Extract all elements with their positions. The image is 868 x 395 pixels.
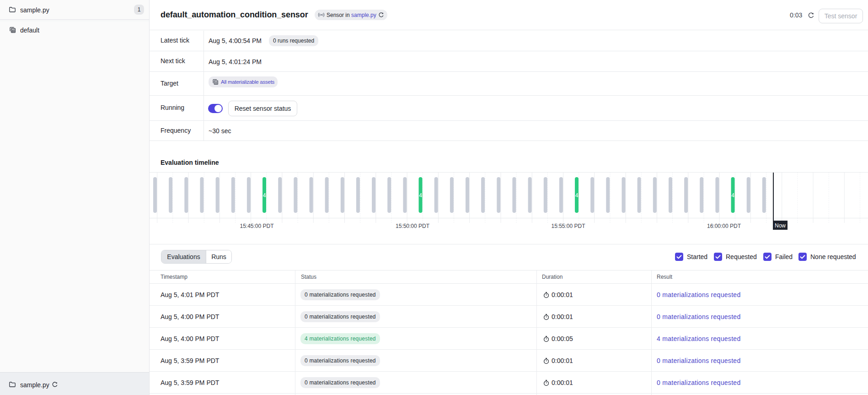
svg-text:4: 4	[263, 192, 266, 199]
svg-text:4: 4	[731, 192, 734, 199]
svg-text:4: 4	[419, 192, 422, 199]
svg-text:15:55:00 PDT: 15:55:00 PDT	[551, 223, 585, 229]
svg-text:15:50:00 PDT: 15:50:00 PDT	[396, 223, 430, 229]
svg-text:16:00:00 PDT: 16:00:00 PDT	[707, 223, 741, 229]
svg-text:4: 4	[575, 192, 579, 199]
svg-text:Now: Now	[775, 222, 786, 229]
svg-text:15:45:00 PDT: 15:45:00 PDT	[240, 223, 274, 229]
